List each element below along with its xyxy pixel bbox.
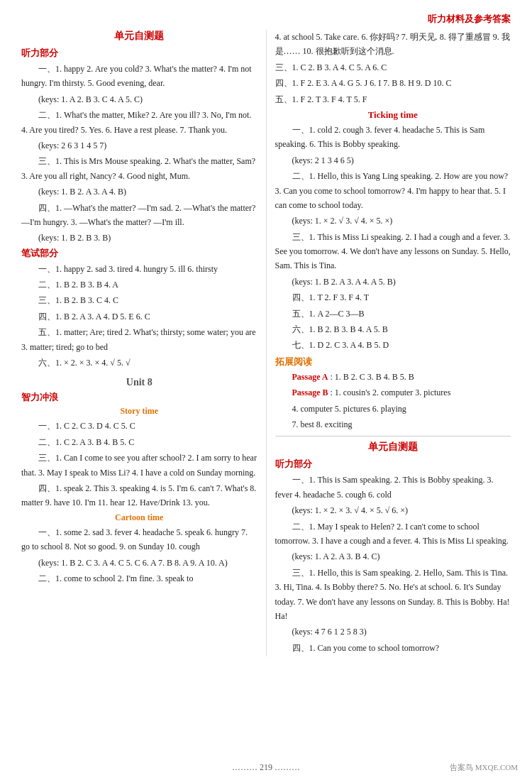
left-writing-title: 笔试部分 — [21, 247, 257, 260]
left-column: 单元自测题 听力部分 一、1. happy 2. Are you cold? 3… — [21, 30, 257, 657]
column-hr — [275, 436, 511, 436]
left-w2: 二、1. B 2. B 3. B 4. A — [21, 278, 257, 292]
left-s2: 二、1. C 2. A 3. B 4. B 5. C — [21, 435, 257, 449]
left-s1: 一、1. C 2. C 3. D 4. C 5. C — [21, 419, 257, 433]
right-t3: 二、1. Hello, this is Yang Ling speaking. … — [275, 169, 511, 212]
right-r1: 4. at school 5. Take care. 6. 你好吗? 7. 明天… — [275, 30, 511, 59]
right-column: 4. at school 5. Take care. 6. 你好吗? 7. 明天… — [275, 30, 511, 657]
left-listening-title: 听力部分 — [21, 47, 257, 60]
right-rl3: 二、1. May I speak to Helen? 2. I can't co… — [275, 520, 511, 549]
left-w5: 五、1. matter; Are; tired 2. What's; thirs… — [21, 325, 257, 354]
right-t10: 七、1. D 2. C 3. A 4. B 5. D — [275, 338, 511, 352]
left-l5: 三、1. This is Mrs Mouse speaking. 2. What… — [21, 154, 257, 183]
right-t9: 六、1. B 2. B 3. B 4. A 5. B — [275, 322, 511, 336]
right-pa1: Passage A : 1. B 2. C 3. B 4. B 5. B — [275, 370, 511, 384]
left-c2: (keys: 1. B 2. C 3. A 4. C 5. C 6. A 7. … — [21, 556, 257, 570]
right-r3: 四、1. F 2. E 3. A 4. G 5. J 6. I 7. B 8. … — [275, 76, 511, 90]
left-c3: 二、1. come to school 2. I'm fine. 3. spea… — [21, 571, 257, 586]
left-l4: (keys: 2 6 3 1 4 5 7) — [21, 138, 257, 153]
left-s3: 三、1. Can I come to see you after school?… — [21, 451, 257, 480]
right-pb1-text: : 1. cousin's 2. computer 3. pictures — [331, 388, 451, 397]
right-rl6: (keys: 4 7 6 1 2 5 8 3) — [275, 625, 511, 639]
right-rl5: 三、1. Hello, this is Sam speaking. 2. Hel… — [275, 566, 511, 624]
page-number: ……… 219 ……… — [232, 762, 300, 772]
left-c1: 一、1. some 2. sad 3. fever 4. headache 5.… — [21, 525, 257, 554]
left-s4: 四、1. speak 2. This 3. speaking 4. is 5. … — [21, 481, 257, 510]
right-rl1: 一、1. This is Sam speaking. 2. This is Bo… — [275, 473, 511, 502]
right-pb3: 7. best 8. exciting — [275, 417, 511, 432]
story-time-title: Story time — [21, 406, 257, 417]
right-tuzhan-title: 拓展阅读 — [275, 356, 511, 368]
watermark: 告案鸟 MXQE.COM — [450, 762, 518, 773]
right-rl2: (keys: 1. × 2. × 3. √ 4. × 5. √ 6. ×) — [275, 503, 511, 517]
left-l8: (keys: 1. B 2. B 3. B) — [21, 231, 257, 245]
left-l6: (keys: 1. B 2. A 3. A 4. B) — [21, 185, 257, 199]
page-header-title: 听力材料及参考答案 — [21, 13, 511, 26]
right-listening-title2: 听力部分 — [275, 458, 511, 471]
right-t2: (keys: 2 1 3 4 6 5) — [275, 153, 511, 167]
right-t4: (keys: 1. × 2. √ 3. √ 4. × 5. ×) — [275, 214, 511, 228]
right-pb2: 4. computer 5. pictures 6. playing — [275, 402, 511, 416]
left-l3: 二、1. What's the matter, Mike? 2. Are you… — [21, 108, 257, 137]
passage-b-label: Passage B — [292, 388, 328, 397]
left-l2: (keys: 1. A 2. B 3. C 4. A 5. C) — [21, 92, 257, 106]
right-t1: 一、1. cold 2. cough 3. fever 4. headache … — [275, 123, 511, 152]
right-r2: 三、1. C 2. B 3. A 4. C 5. A 6. C — [275, 60, 511, 75]
column-divider — [266, 30, 267, 657]
left-l7: 四、1. —What's the matter? —I'm sad. 2. —W… — [21, 201, 257, 230]
left-w4: 四、1. B 2. A 3. A 4. D 5. E 6. C — [21, 309, 257, 324]
cartoon-time-title: Cartoon time — [21, 512, 257, 523]
right-pb1: Passage B : 1. cousin's 2. computer 3. p… — [275, 385, 511, 400]
left-w1: 一、1. happy 2. sad 3. tired 4. hungry 5. … — [21, 262, 257, 276]
right-t6: (keys: 1. B 2. A 3. A 4. A 5. B) — [275, 275, 511, 289]
left-w3: 三、1. B 2. B 3. C 4. C — [21, 293, 257, 307]
left-section-title: 单元自测题 — [21, 30, 257, 43]
ticking-time-title: Ticking time — [275, 109, 511, 121]
right-r4: 五、1. F 2. T 3. F 4. T 5. F — [275, 92, 511, 106]
left-zhili-title: 智力冲浪 — [21, 391, 257, 404]
right-rl4: (keys: 1. A 2. A 3. B 4. C) — [275, 549, 511, 564]
page: 听力材料及参考答案 单元自测题 听力部分 一、1. happy 2. Are y… — [0, 0, 532, 780]
main-content: 单元自测题 听力部分 一、1. happy 2. Are you cold? 3… — [21, 30, 511, 657]
right-section-title: 单元自测题 — [275, 441, 511, 454]
left-l1: 一、1. happy 2. Are you cold? 3. What's th… — [21, 62, 257, 91]
right-t5: 三、1. This is Miss Li speaking. 2. I had … — [275, 230, 511, 273]
passage-a-label: Passage A — [292, 372, 328, 382]
left-w6: 六、1. × 2. × 3. × 4. √ 5. √ — [21, 356, 257, 370]
right-pa1-text: : 1. B 2. C 3. B 4. B 5. B — [331, 372, 414, 382]
right-t8: 五、1. A 2—C 3—B — [275, 307, 511, 321]
unit8-title: Unit 8 — [21, 377, 257, 388]
right-rl7: 四、1. Can you come to school tomorrow? — [275, 641, 511, 655]
right-t7: 四、1. T 2. F 3. F 4. T — [275, 290, 511, 304]
